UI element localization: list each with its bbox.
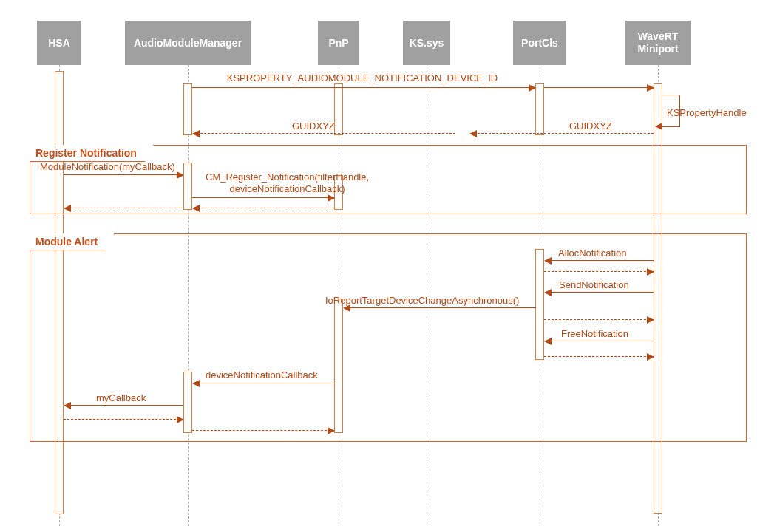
activation-pnp-1 (334, 83, 343, 135)
participant-pc: PortCls (513, 21, 566, 65)
msg-guidxyz-1: GUIDXYZ (569, 120, 612, 132)
msg-guidxyz-2: GUIDXYZ (292, 120, 335, 132)
arrow-cm-return (193, 208, 334, 208)
participant-amm: AudioModuleManager (125, 21, 251, 65)
msg-send-notification: SendNotification (559, 279, 629, 290)
arrow-my-cb-return (64, 419, 183, 420)
msg-my-callback: myCallback (96, 392, 146, 403)
msg-device-notif-callback: deviceNotificationCallback (206, 369, 318, 381)
arrow-free-return (544, 356, 654, 357)
activation-pc-1 (535, 83, 544, 135)
arrow-ioreport (344, 307, 536, 308)
selfcall-ksprop-handle (662, 95, 680, 127)
activation-amm (183, 83, 192, 135)
arrow-pc-wr-1 (544, 87, 654, 88)
arrow-ksprop (192, 87, 535, 88)
msg-alloc-notification: AllocNotification (558, 248, 627, 259)
arrow-alloc (545, 260, 654, 261)
arrow-my-cb (64, 405, 183, 406)
msg-ioreport: IoReportTargetDeviceChangeAsynchronous() (325, 295, 519, 306)
arrow-module-notif (64, 174, 183, 175)
msg-module-notification: ModuleNotification(myCallback) (40, 161, 175, 172)
fragment-register-notification: Register Notification (30, 145, 747, 214)
arrow-send-return (544, 319, 654, 320)
arrow-modnotif-return (64, 208, 183, 208)
participant-hsa: HSA (37, 21, 81, 65)
arrow-free (545, 341, 654, 341)
msg-ksprop-device-id: KSPROPERTY_AUDIOMODULE_NOTIFICATION_DEVI… (207, 72, 518, 83)
arrow-device-cb-return (192, 430, 334, 431)
participant-ks: KS.sys (403, 21, 450, 65)
arrow-guidxyz-2 (193, 133, 455, 134)
arrow-device-cb (193, 383, 334, 383)
participant-pnp: PnP (318, 21, 359, 65)
msg-cm-register: CM_Register_Notification(filterHandle, d… (206, 171, 369, 196)
arrow-alloc-return (544, 271, 654, 272)
msg-free-notification: FreeNotification (561, 328, 628, 339)
arrow-guidxyz-1 (470, 133, 654, 134)
arrow-cm-register (192, 197, 334, 198)
fragment-label-register: Register Notification (30, 145, 154, 162)
fragment-label-module-alert: Module Alert (30, 233, 115, 250)
fragment-module-alert: Module Alert (30, 233, 747, 442)
arrow-send (545, 292, 654, 293)
participant-wr: WaveRT Miniport (625, 21, 691, 65)
